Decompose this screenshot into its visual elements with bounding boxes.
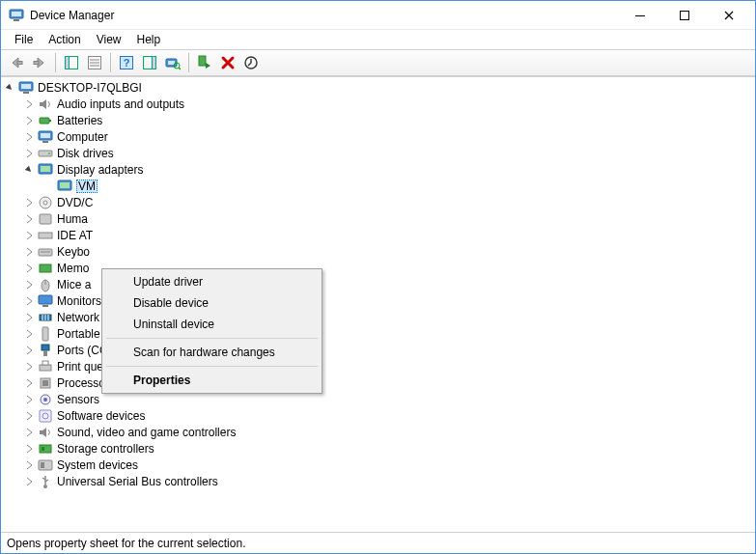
maximize-button[interactable]: [662, 1, 707, 30]
toolbar-separator: [55, 53, 56, 72]
svg-rect-58: [42, 380, 48, 386]
category-system-devices[interactable]: System devices: [22, 457, 755, 473]
expand-icon[interactable]: [22, 229, 36, 242]
category-storage-controllers[interactable]: Storage controllers: [22, 440, 755, 457]
category-ide[interactable]: IDE AT: [22, 227, 755, 243]
category-label: Computer: [57, 130, 108, 144]
forward-button[interactable]: [28, 52, 51, 73]
statusbar-text: Opens property sheet for the current sel…: [7, 537, 245, 550]
category-label: DVD/C: [57, 196, 93, 209]
monitor-icon: [38, 293, 53, 309]
expand-icon[interactable]: [22, 409, 36, 423]
update-driver-button[interactable]: [239, 52, 263, 73]
svg-rect-29: [41, 133, 50, 138]
properties-button[interactable]: [83, 52, 106, 73]
category-sound[interactable]: Sound, video and game controllers: [22, 424, 755, 440]
computer-icon: [18, 80, 34, 96]
sensor-icon: [38, 392, 53, 407]
svg-rect-36: [60, 182, 70, 188]
enable-device-button[interactable]: [193, 52, 216, 73]
menu-help[interactable]: Help: [129, 31, 169, 48]
context-menu: Update driver Disable device Uninstall d…: [101, 268, 322, 394]
category-display-adapters[interactable]: Display adapters: [22, 161, 755, 178]
expand-icon[interactable]: [22, 245, 36, 259]
context-uninstall-device[interactable]: Uninstall device: [104, 314, 320, 335]
menubar: File Action View Help: [1, 30, 755, 49]
category-label: Display adapters: [57, 163, 143, 177]
expand-icon[interactable]: [22, 147, 36, 160]
system-icon: [38, 457, 53, 473]
expand-icon[interactable]: [22, 393, 36, 406]
expand-icon[interactable]: [22, 344, 36, 357]
svg-rect-40: [39, 233, 52, 238]
category-hid[interactable]: Huma: [22, 210, 755, 227]
toolbar: ?: [1, 49, 755, 76]
expand-icon[interactable]: [22, 426, 36, 439]
svg-text:?: ?: [124, 57, 130, 69]
category-label: Disk drives: [57, 147, 114, 160]
device-display-adapter-selected[interactable]: VM: [42, 178, 755, 194]
category-dvd[interactable]: DVD/C: [22, 194, 755, 210]
category-batteries[interactable]: Batteries: [22, 112, 755, 128]
expand-icon[interactable]: [22, 294, 36, 308]
svg-point-60: [43, 398, 47, 402]
expand-icon[interactable]: [22, 311, 36, 324]
category-label: Memo: [57, 262, 89, 275]
menu-view[interactable]: View: [89, 31, 129, 48]
expand-icon[interactable]: [22, 360, 36, 374]
svg-rect-55: [40, 365, 51, 371]
action-pane-button[interactable]: [138, 52, 161, 73]
context-properties[interactable]: Properties: [104, 370, 320, 391]
menu-action[interactable]: Action: [41, 31, 88, 48]
category-usb[interactable]: Universal Serial Bus controllers: [22, 473, 755, 489]
category-keyboards[interactable]: Keybo: [22, 243, 755, 260]
expander-empty: [42, 180, 55, 193]
keyboard-icon: [38, 244, 53, 260]
svg-rect-47: [42, 305, 48, 307]
expand-icon[interactable]: [22, 475, 36, 488]
svg-rect-8: [66, 57, 70, 69]
memory-icon: [38, 261, 53, 276]
context-scan-hardware[interactable]: Scan for hardware changes: [104, 342, 320, 363]
expand-icon[interactable]: [22, 327, 36, 341]
expand-icon[interactable]: [22, 458, 36, 472]
uninstall-device-button[interactable]: [216, 52, 239, 73]
minimize-button[interactable]: [618, 1, 662, 30]
expand-icon[interactable]: [22, 114, 36, 127]
show-hide-console-tree-button[interactable]: [60, 52, 83, 73]
expand-icon[interactable]: [22, 97, 36, 111]
category-label: Storage controllers: [57, 442, 154, 456]
expand-icon[interactable]: [22, 262, 36, 275]
collapse-icon[interactable]: [22, 163, 36, 177]
window-title: Device Manager: [30, 9, 114, 22]
menu-file[interactable]: File: [7, 31, 41, 48]
collapse-icon[interactable]: [3, 81, 16, 95]
category-disk-drives[interactable]: Disk drives: [22, 145, 755, 161]
category-label: Keybo: [57, 245, 90, 259]
device-tree-pane[interactable]: DESKTOP-I7QLBGI Audio inputs and outputs…: [1, 76, 755, 532]
scan-hardware-button[interactable]: [161, 52, 184, 73]
back-button[interactable]: [5, 52, 28, 73]
cpu-icon: [38, 375, 53, 391]
close-button[interactable]: [707, 1, 751, 30]
svg-rect-30: [42, 141, 48, 143]
category-computer[interactable]: Computer: [22, 128, 755, 145]
expand-icon[interactable]: [22, 376, 36, 390]
context-disable-device[interactable]: Disable device: [104, 292, 320, 314]
expand-icon[interactable]: [22, 442, 36, 456]
help-button[interactable]: ?: [115, 52, 138, 73]
expand-icon[interactable]: [22, 278, 36, 291]
context-update-driver[interactable]: Update driver: [104, 271, 320, 292]
svg-rect-21: [199, 56, 206, 66]
svg-rect-6: [34, 62, 39, 65]
category-software-devices[interactable]: Software devices: [22, 407, 755, 424]
expand-icon[interactable]: [22, 212, 36, 226]
tree-root-label: DESKTOP-I7QLBGI: [38, 81, 142, 95]
category-audio[interactable]: Audio inputs and outputs: [22, 96, 755, 112]
expand-icon[interactable]: [22, 196, 36, 209]
app-icon: [9, 8, 24, 23]
expand-icon[interactable]: [22, 130, 36, 144]
audio-icon: [38, 97, 53, 112]
svg-rect-3: [635, 15, 645, 16]
tree-root[interactable]: DESKTOP-I7QLBGI: [3, 79, 755, 96]
